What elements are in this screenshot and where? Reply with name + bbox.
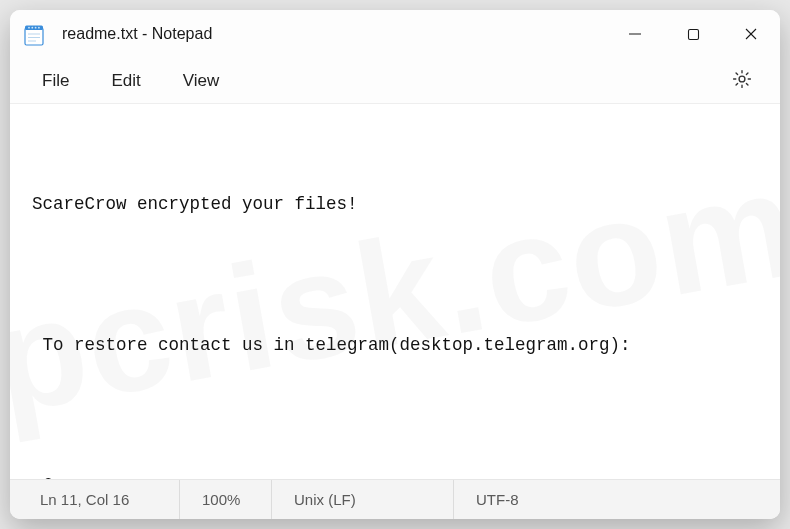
text-editor-area[interactable]: pcrisk.com ScareCrow encrypted your file… (10, 104, 780, 479)
menu-file[interactable]: File (32, 65, 87, 97)
statusbar: Ln 11, Col 16 100% Unix (LF) UTF-8 (10, 479, 780, 519)
window-controls (606, 10, 780, 58)
status-line-ending: Unix (LF) (294, 480, 454, 519)
text-line-blank (32, 264, 758, 287)
menu-view[interactable]: View (173, 65, 238, 97)
text-line: ScareCrow encrypted your files! (32, 193, 758, 217)
maximize-button[interactable] (664, 10, 722, 58)
window-title: readme.txt - Notepad (62, 25, 212, 43)
svg-point-13 (739, 76, 745, 82)
text-line-blank (32, 405, 758, 428)
svg-point-5 (38, 27, 40, 29)
svg-rect-10 (688, 29, 698, 39)
gear-icon (731, 68, 753, 94)
status-zoom[interactable]: 100% (202, 480, 272, 519)
notepad-window: readme.txt - Notepad File Edit View (10, 10, 780, 519)
menu-edit[interactable]: Edit (101, 65, 158, 97)
svg-point-2 (28, 27, 30, 29)
svg-point-3 (31, 27, 33, 29)
svg-rect-1 (25, 26, 43, 31)
text-line: @ScareCrowRestore1 (32, 475, 758, 479)
svg-rect-0 (25, 28, 43, 45)
menubar: File Edit View (10, 58, 780, 104)
status-encoding: UTF-8 (476, 480, 546, 519)
svg-point-4 (35, 27, 37, 29)
titlebar: readme.txt - Notepad (10, 10, 780, 58)
close-button[interactable] (722, 10, 780, 58)
minimize-button[interactable] (606, 10, 664, 58)
notepad-app-icon (24, 24, 44, 46)
text-line: To restore contact us in telegram(deskto… (32, 334, 758, 358)
status-cursor-position: Ln 11, Col 16 (40, 480, 180, 519)
settings-button[interactable] (722, 61, 762, 101)
